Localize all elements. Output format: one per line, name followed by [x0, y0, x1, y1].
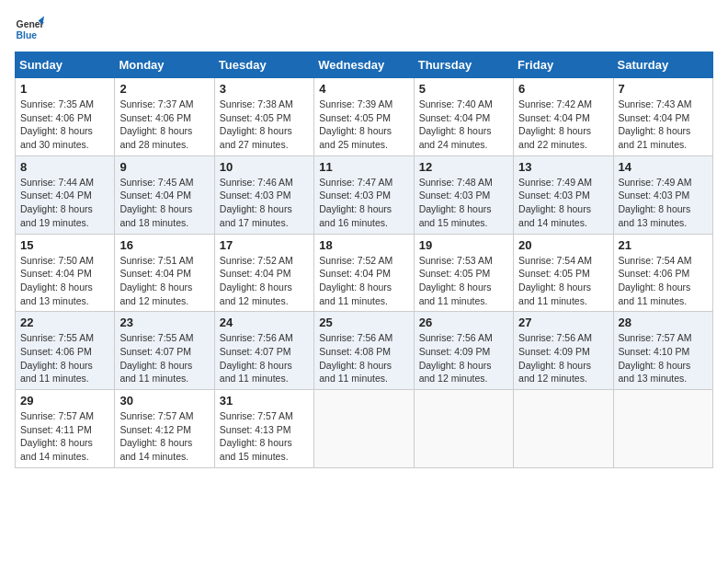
day-number: 20 — [518, 238, 608, 252]
day-detail: Sunrise: 7:37 AM Sunset: 4:06 PM Dayligh… — [119, 98, 209, 152]
calendar-header-sunday: Sunday — [16, 52, 115, 78]
calendar-cell: 11Sunrise: 7:47 AM Sunset: 4:03 PM Dayli… — [314, 155, 414, 234]
day-detail: Sunrise: 7:49 AM Sunset: 4:03 PM Dayligh… — [518, 176, 608, 230]
day-detail: Sunrise: 7:43 AM Sunset: 4:04 PM Dayligh… — [619, 98, 708, 152]
day-detail: Sunrise: 7:57 AM Sunset: 4:11 PM Dayligh… — [20, 409, 109, 464]
calendar-cell: 29Sunrise: 7:57 AM Sunset: 4:11 PM Dayli… — [16, 390, 115, 468]
calendar-cell: 28Sunrise: 7:57 AM Sunset: 4:10 PM Dayli… — [613, 312, 712, 390]
calendar-cell: 27Sunrise: 7:56 AM Sunset: 4:09 PM Dayli… — [514, 312, 613, 390]
calendar-cell: 5Sunrise: 7:40 AM Sunset: 4:04 PM Daylig… — [414, 78, 513, 156]
day-detail: Sunrise: 7:57 AM Sunset: 4:13 PM Dayligh… — [220, 409, 309, 464]
day-detail: Sunrise: 7:40 AM Sunset: 4:04 PM Dayligh… — [419, 98, 508, 152]
calendar-table: SundayMondayTuesdayWednesdayThursdayFrid… — [15, 52, 713, 468]
calendar-cell: 19Sunrise: 7:53 AM Sunset: 4:05 PM Dayli… — [414, 234, 513, 312]
day-detail: Sunrise: 7:54 AM Sunset: 4:05 PM Dayligh… — [518, 254, 608, 308]
calendar-cell: 7Sunrise: 7:43 AM Sunset: 4:04 PM Daylig… — [613, 78, 712, 156]
day-detail: Sunrise: 7:46 AM Sunset: 4:03 PM Dayligh… — [220, 176, 309, 230]
day-detail: Sunrise: 7:53 AM Sunset: 4:05 PM Dayligh… — [419, 254, 508, 308]
day-number: 3 — [220, 82, 309, 96]
calendar-cell: 17Sunrise: 7:52 AM Sunset: 4:04 PM Dayli… — [214, 234, 313, 312]
day-number: 31 — [220, 394, 309, 408]
day-detail: Sunrise: 7:38 AM Sunset: 4:05 PM Dayligh… — [220, 98, 309, 152]
calendar-cell: 22Sunrise: 7:55 AM Sunset: 4:06 PM Dayli… — [16, 312, 115, 390]
day-detail: Sunrise: 7:35 AM Sunset: 4:06 PM Dayligh… — [20, 98, 109, 152]
day-detail: Sunrise: 7:49 AM Sunset: 4:03 PM Dayligh… — [619, 176, 708, 230]
day-detail: Sunrise: 7:57 AM Sunset: 4:12 PM Dayligh… — [119, 409, 209, 464]
day-number: 30 — [119, 394, 209, 408]
day-number: 2 — [119, 82, 209, 96]
day-detail: Sunrise: 7:42 AM Sunset: 4:04 PM Dayligh… — [518, 98, 608, 152]
day-number: 21 — [619, 238, 708, 252]
calendar-cell: 13Sunrise: 7:49 AM Sunset: 4:03 PM Dayli… — [514, 155, 613, 234]
day-number: 9 — [119, 160, 209, 174]
day-number: 6 — [518, 82, 608, 96]
day-number: 22 — [20, 316, 109, 329]
calendar-cell: 23Sunrise: 7:55 AM Sunset: 4:07 PM Dayli… — [115, 312, 214, 390]
day-number: 15 — [20, 238, 109, 252]
day-number: 4 — [319, 82, 408, 96]
calendar-cell: 18Sunrise: 7:52 AM Sunset: 4:04 PM Dayli… — [314, 234, 414, 312]
calendar-cell: 1Sunrise: 7:35 AM Sunset: 4:06 PM Daylig… — [16, 78, 115, 156]
calendar-cell — [514, 390, 613, 468]
day-detail: Sunrise: 7:56 AM Sunset: 4:07 PM Dayligh… — [220, 331, 309, 385]
calendar-cell: 15Sunrise: 7:50 AM Sunset: 4:04 PM Dayli… — [16, 234, 115, 312]
svg-text:Blue: Blue — [17, 30, 38, 40]
day-number: 13 — [518, 160, 608, 174]
day-number: 14 — [619, 160, 708, 174]
day-detail: Sunrise: 7:45 AM Sunset: 4:04 PM Dayligh… — [119, 176, 209, 230]
calendar-cell: 25Sunrise: 7:56 AM Sunset: 4:08 PM Dayli… — [314, 312, 414, 390]
calendar-cell: 6Sunrise: 7:42 AM Sunset: 4:04 PM Daylig… — [514, 78, 613, 156]
day-number: 27 — [518, 316, 608, 329]
day-detail: Sunrise: 7:57 AM Sunset: 4:10 PM Dayligh… — [619, 331, 708, 385]
day-detail: Sunrise: 7:39 AM Sunset: 4:05 PM Dayligh… — [319, 98, 408, 152]
calendar-cell — [613, 390, 712, 468]
day-detail: Sunrise: 7:54 AM Sunset: 4:06 PM Dayligh… — [619, 254, 708, 308]
day-number: 16 — [119, 238, 209, 252]
day-detail: Sunrise: 7:56 AM Sunset: 4:08 PM Dayligh… — [319, 331, 408, 385]
day-number: 28 — [619, 316, 708, 329]
calendar-cell: 14Sunrise: 7:49 AM Sunset: 4:03 PM Dayli… — [613, 155, 712, 234]
calendar-cell: 12Sunrise: 7:48 AM Sunset: 4:03 PM Dayli… — [414, 155, 513, 234]
calendar-cell: 8Sunrise: 7:44 AM Sunset: 4:04 PM Daylig… — [16, 155, 115, 234]
calendar-cell: 30Sunrise: 7:57 AM Sunset: 4:12 PM Dayli… — [115, 390, 214, 468]
day-number: 25 — [319, 316, 408, 329]
calendar-cell: 2Sunrise: 7:37 AM Sunset: 4:06 PM Daylig… — [115, 78, 214, 156]
calendar-cell: 31Sunrise: 7:57 AM Sunset: 4:13 PM Dayli… — [214, 390, 313, 468]
day-detail: Sunrise: 7:52 AM Sunset: 4:04 PM Dayligh… — [319, 254, 408, 308]
day-detail: Sunrise: 7:50 AM Sunset: 4:04 PM Dayligh… — [20, 254, 109, 308]
calendar-header-saturday: Saturday — [613, 52, 712, 78]
calendar-header-thursday: Thursday — [414, 52, 513, 78]
day-detail: Sunrise: 7:55 AM Sunset: 4:07 PM Dayligh… — [119, 331, 209, 385]
day-detail: Sunrise: 7:52 AM Sunset: 4:04 PM Dayligh… — [220, 254, 309, 308]
day-detail: Sunrise: 7:47 AM Sunset: 4:03 PM Dayligh… — [319, 176, 408, 230]
day-number: 5 — [419, 82, 508, 96]
day-number: 11 — [319, 160, 408, 174]
day-number: 7 — [619, 82, 708, 96]
calendar-cell: 20Sunrise: 7:54 AM Sunset: 4:05 PM Dayli… — [514, 234, 613, 312]
day-number: 29 — [20, 394, 109, 408]
calendar-header-wednesday: Wednesday — [314, 52, 414, 78]
day-number: 24 — [220, 316, 309, 329]
day-number: 12 — [419, 160, 508, 174]
calendar-cell: 4Sunrise: 7:39 AM Sunset: 4:05 PM Daylig… — [314, 78, 414, 156]
day-detail: Sunrise: 7:48 AM Sunset: 4:03 PM Dayligh… — [419, 176, 508, 230]
day-number: 18 — [319, 238, 408, 252]
logo: General Blue — [15, 15, 48, 44]
calendar-cell: 16Sunrise: 7:51 AM Sunset: 4:04 PM Dayli… — [115, 234, 214, 312]
calendar-cell: 10Sunrise: 7:46 AM Sunset: 4:03 PM Dayli… — [214, 155, 313, 234]
calendar-cell: 21Sunrise: 7:54 AM Sunset: 4:06 PM Dayli… — [613, 234, 712, 312]
calendar-cell: 3Sunrise: 7:38 AM Sunset: 4:05 PM Daylig… — [214, 78, 313, 156]
day-detail: Sunrise: 7:44 AM Sunset: 4:04 PM Dayligh… — [20, 176, 109, 230]
calendar-header-friday: Friday — [514, 52, 613, 78]
day-number: 8 — [20, 160, 109, 174]
calendar-cell — [314, 390, 414, 468]
logo-icon: General Blue — [15, 15, 44, 44]
calendar-header-tuesday: Tuesday — [214, 52, 313, 78]
calendar-cell: 24Sunrise: 7:56 AM Sunset: 4:07 PM Dayli… — [214, 312, 313, 390]
day-number: 17 — [220, 238, 309, 252]
day-number: 10 — [220, 160, 309, 174]
day-number: 1 — [20, 82, 109, 96]
day-detail: Sunrise: 7:51 AM Sunset: 4:04 PM Dayligh… — [119, 254, 209, 308]
calendar-cell: 26Sunrise: 7:56 AM Sunset: 4:09 PM Dayli… — [414, 312, 513, 390]
calendar-header-monday: Monday — [115, 52, 214, 78]
